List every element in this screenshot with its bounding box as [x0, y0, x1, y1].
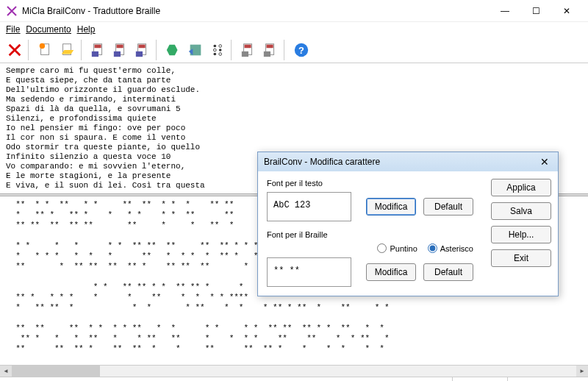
default-braille-button[interactable]: Default — [423, 263, 473, 281]
building-button[interactable] — [185, 40, 206, 60]
window-title: MiCla BrailConv - Traduttore Braille — [22, 6, 490, 16]
svg-rect-20 — [245, 44, 251, 48]
scroll-right-arrow[interactable]: ► — [576, 366, 588, 377]
svg-rect-23 — [267, 44, 273, 48]
menubar: File Documento Help — [0, 22, 588, 37]
horizontal-scrollbar[interactable]: ◄ ► — [0, 365, 588, 377]
font-text-label: Font per il testo — [267, 179, 473, 188]
default-text-button[interactable]: Default — [423, 198, 473, 216]
dialog-titlebar[interactable]: BrailConv - Modifica carattere ✕ — [258, 152, 558, 171]
import-braille-button[interactable] — [238, 40, 259, 60]
modifica-text-button[interactable]: Modifica — [366, 198, 416, 216]
dialog-help-button[interactable]: Help... — [491, 226, 551, 243]
status-filename: Senza nome — [507, 377, 588, 381]
radio-puntino[interactable]: Puntino — [377, 243, 417, 253]
dialog-title: BrailConv - Modifica carattere — [264, 157, 537, 167]
scroll-track[interactable] — [12, 366, 576, 377]
shape-button[interactable] — [163, 40, 184, 60]
menu-documento[interactable]: Documento — [26, 24, 71, 35]
svg-point-15 — [214, 49, 217, 51]
svg-point-1 — [40, 43, 45, 48]
open-doc-button[interactable] — [57, 40, 78, 60]
statusbar: Modificato Senza nome — [0, 377, 588, 381]
scroll-left-arrow[interactable]: ◄ — [0, 366, 12, 377]
new-doc-button[interactable] — [35, 40, 56, 60]
scroll-thumb[interactable] — [12, 366, 100, 377]
help-button[interactable]: ? — [291, 40, 312, 60]
dialog-close-button[interactable]: ✕ — [537, 154, 552, 169]
svg-rect-5 — [92, 51, 98, 56]
save-text-button[interactable] — [110, 40, 131, 60]
svg-point-17 — [214, 52, 217, 55]
import-text-button[interactable] — [260, 40, 281, 60]
minimize-button[interactable]: — — [490, 1, 520, 21]
delete-button[interactable] — [4, 40, 25, 60]
close-button[interactable]: ✕ — [551, 1, 582, 21]
exit-button[interactable]: Exit — [491, 249, 551, 267]
app-icon — [6, 5, 18, 17]
font-braille-label: Font per il Braille — [267, 230, 473, 239]
svg-rect-10 — [139, 44, 146, 48]
menu-help[interactable]: Help — [77, 24, 96, 35]
svg-text:?: ? — [298, 44, 304, 55]
braille-dots-button[interactable] — [207, 40, 228, 60]
svg-point-13 — [214, 44, 217, 47]
svg-point-18 — [219, 52, 222, 55]
svg-rect-11 — [136, 51, 143, 56]
font-text-sample: AbC 123 — [267, 192, 351, 221]
svg-rect-8 — [114, 51, 121, 56]
titlebar: MiCla BrailConv - Traduttore Braille — ☐… — [0, 0, 588, 22]
svg-rect-7 — [117, 44, 123, 48]
status-modified: Modificato — [452, 377, 507, 381]
export-button[interactable] — [132, 40, 153, 60]
menu-file[interactable]: File — [6, 24, 20, 35]
svg-rect-24 — [264, 51, 270, 56]
svg-rect-21 — [242, 51, 248, 56]
maximize-button[interactable]: ☐ — [520, 1, 551, 21]
applica-button[interactable]: Applica — [491, 179, 551, 196]
toolbar: ? — [0, 37, 588, 63]
modifica-braille-button[interactable]: Modifica — [366, 263, 416, 281]
salva-button[interactable]: Salva — [491, 202, 551, 220]
font-dialog: BrailConv - Modifica carattere ✕ Font pe… — [257, 152, 559, 296]
font-braille-sample: ** ** — [267, 257, 351, 287]
svg-rect-4 — [95, 44, 101, 48]
svg-point-16 — [219, 49, 222, 51]
svg-point-14 — [219, 44, 222, 47]
radio-asterisco[interactable]: Asterisco — [428, 243, 473, 253]
save-braille-button[interactable] — [88, 40, 109, 60]
